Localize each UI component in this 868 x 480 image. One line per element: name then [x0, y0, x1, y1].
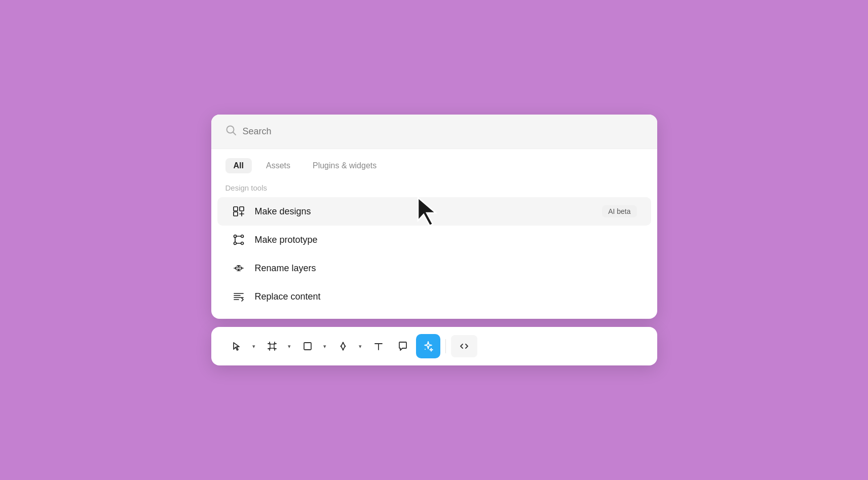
svg-rect-4 — [234, 212, 238, 216]
ai-badge: AI beta — [602, 205, 636, 217]
svg-point-38 — [340, 346, 342, 347]
toolbar-panel: ▾ ▾ ▾ — [211, 327, 657, 365]
tab-plugins-widgets[interactable]: Plugins & widgets — [305, 158, 385, 173]
menu-item-replace-content[interactable]: Replace content — [217, 282, 651, 311]
section-label-design-tools: Design tools — [211, 178, 657, 195]
toolbar-group-shape: ▾ — [296, 335, 330, 357]
make-designs-icon — [232, 204, 246, 218]
pen-chevron-icon[interactable]: ▾ — [355, 335, 365, 357]
toolbar-ai-button[interactable] — [416, 334, 440, 358]
toolbar-select-button[interactable] — [225, 335, 248, 357]
toolbar-divider — [445, 339, 446, 353]
shape-chevron-icon[interactable]: ▾ — [320, 335, 330, 357]
svg-rect-2 — [234, 207, 238, 211]
frame-chevron-icon[interactable]: ▾ — [284, 335, 294, 357]
search-input[interactable] — [243, 126, 643, 137]
select-chevron-icon[interactable]: ▾ — [249, 335, 259, 357]
menu-item-make-prototype[interactable]: Make prototype — [217, 226, 651, 254]
menu-list: Make designs AI beta Make prototype — [211, 195, 657, 319]
svg-rect-3 — [240, 207, 244, 211]
search-bar — [211, 115, 657, 149]
toolbar-group-pen: ▾ — [332, 335, 365, 357]
tabs-row: All Assets Plugins & widgets — [211, 149, 657, 178]
svg-rect-33 — [270, 344, 274, 348]
make-prototype-icon — [232, 233, 246, 247]
search-icon — [225, 125, 237, 138]
toolbar-code-button[interactable] — [451, 335, 477, 357]
replace-content-label: Replace content — [255, 291, 637, 302]
svg-point-41 — [425, 349, 426, 350]
toolbar-pen-button[interactable] — [332, 335, 354, 357]
menu-item-make-designs[interactable]: Make designs AI beta — [217, 197, 651, 226]
toolbar-comment-button[interactable] — [392, 335, 414, 357]
tab-all[interactable]: All — [225, 158, 252, 173]
svg-point-37 — [342, 349, 344, 351]
toolbar-frame-button[interactable] — [261, 335, 283, 357]
search-panel: All Assets Plugins & widgets Design tool… — [211, 115, 657, 319]
make-designs-label: Make designs — [255, 206, 593, 217]
rename-layers-icon — [232, 261, 246, 275]
toolbar-shape-button[interactable] — [296, 335, 319, 357]
menu-item-rename-layers[interactable]: Rename layers — [217, 254, 651, 282]
toolbar-text-button[interactable] — [367, 335, 390, 357]
replace-content-icon — [232, 289, 246, 304]
svg-point-35 — [342, 342, 344, 344]
make-prototype-label: Make prototype — [255, 235, 637, 245]
toolbar-group-frame: ▾ — [261, 335, 294, 357]
svg-line-1 — [233, 132, 235, 135]
svg-point-36 — [344, 346, 346, 347]
toolbar-group-select: ▾ — [225, 335, 259, 357]
svg-rect-34 — [304, 343, 311, 350]
tab-assets[interactable]: Assets — [258, 158, 298, 173]
rename-layers-label: Rename layers — [255, 263, 637, 274]
